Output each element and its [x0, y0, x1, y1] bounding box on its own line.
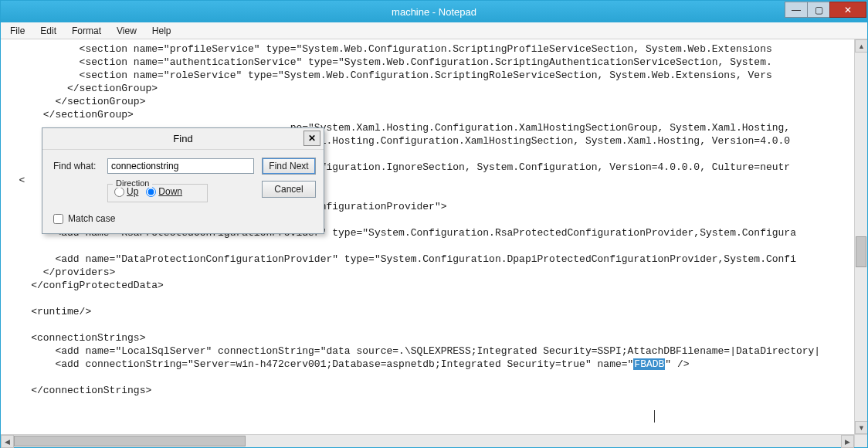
highlighted-text: FBADB	[633, 358, 665, 370]
vscroll-thumb[interactable]	[856, 236, 866, 267]
scroll-left-icon[interactable]: ◀	[1, 435, 14, 448]
code-line: <add name="DataProtectionConfigurationPr…	[7, 253, 796, 265]
window-title: machine - Notepad	[1, 6, 867, 18]
find-dialog-title: Find	[173, 133, 192, 144]
direction-legend: Direction	[113, 178, 152, 188]
hscroll-track[interactable]	[14, 435, 841, 447]
vertical-scrollbar[interactable]: ▲ ▼	[854, 39, 867, 434]
scroll-up-icon[interactable]: ▲	[855, 39, 867, 53]
direction-up-label: Up	[127, 186, 138, 197]
text-caret	[654, 410, 656, 423]
menu-edit[interactable]: Edit	[32, 24, 64, 38]
find-what-input[interactable]	[107, 158, 254, 174]
code-line: </sectionGroup>	[7, 83, 158, 94]
scroll-down-icon[interactable]: ▼	[855, 421, 867, 434]
code-line: <add connectionString="Server=win-h472ce…	[7, 358, 633, 370]
code-line: </sectionGroup>	[7, 96, 145, 107]
match-case-checkbox[interactable]	[53, 214, 63, 224]
vscroll-track[interactable]	[855, 53, 867, 421]
menu-view[interactable]: View	[109, 24, 144, 38]
scroll-corner	[854, 435, 867, 447]
code-line: </connectionStrings>	[7, 385, 151, 396]
hscroll-thumb[interactable]	[14, 436, 246, 446]
code-line: <section name="profileService" type="Sys…	[7, 43, 772, 55]
minimize-button[interactable]: —	[785, 2, 808, 18]
menu-bar: File Edit Format View Help	[1, 22, 867, 39]
direction-down-label: Down	[158, 186, 182, 197]
direction-down-radio[interactable]	[146, 187, 156, 197]
code-line: </providers>	[7, 266, 115, 278]
find-next-button[interactable]: Find Next	[262, 158, 316, 175]
code-line: <add name="LocalSqlServer" connectionStr…	[7, 345, 820, 357]
find-dialog-body: Find what: Find Next Direction Up Down	[42, 150, 324, 233]
text-editor[interactable]: <section name="profileService" type="Sys…	[1, 39, 854, 434]
find-dialog[interactable]: Find ✕ Find what: Find Next Direction Up	[42, 127, 324, 234]
match-case-label: Match case	[68, 213, 115, 224]
direction-up-radio[interactable]	[114, 187, 124, 197]
cancel-button[interactable]: Cancel	[262, 181, 316, 198]
code-line: </configProtectedData>	[7, 280, 164, 291]
menu-file[interactable]: File	[2, 24, 32, 38]
code-line: <section name="authenticationService" ty…	[7, 56, 772, 68]
find-dialog-titlebar[interactable]: Find ✕	[42, 128, 324, 150]
find-close-button[interactable]: ✕	[303, 131, 320, 146]
window-controls: — ▢ ✕	[785, 2, 866, 18]
code-line: <section name="roleService" type="System…	[7, 70, 772, 81]
code-line: <	[7, 175, 25, 186]
horizontal-scrollbar[interactable]: ◀ ▶	[1, 434, 867, 447]
close-button[interactable]: ✕	[829, 2, 866, 18]
code-line: </sectionGroup>	[7, 109, 134, 120]
find-what-label: Find what:	[53, 161, 100, 171]
titlebar[interactable]: machine - Notepad — ▢ ✕	[1, 1, 867, 22]
menu-help[interactable]: Help	[144, 24, 179, 38]
maximize-button[interactable]: ▢	[807, 2, 830, 18]
content-area: <section name="profileService" type="Sys…	[1, 39, 867, 434]
code-line: <runtime/>	[7, 306, 91, 317]
menu-format[interactable]: Format	[64, 24, 109, 38]
scroll-right-icon[interactable]: ▶	[841, 435, 854, 448]
code-line: <connectionStrings>	[7, 332, 145, 344]
direction-group: Direction Up Down	[107, 184, 208, 202]
code-line: " />	[665, 358, 689, 370]
